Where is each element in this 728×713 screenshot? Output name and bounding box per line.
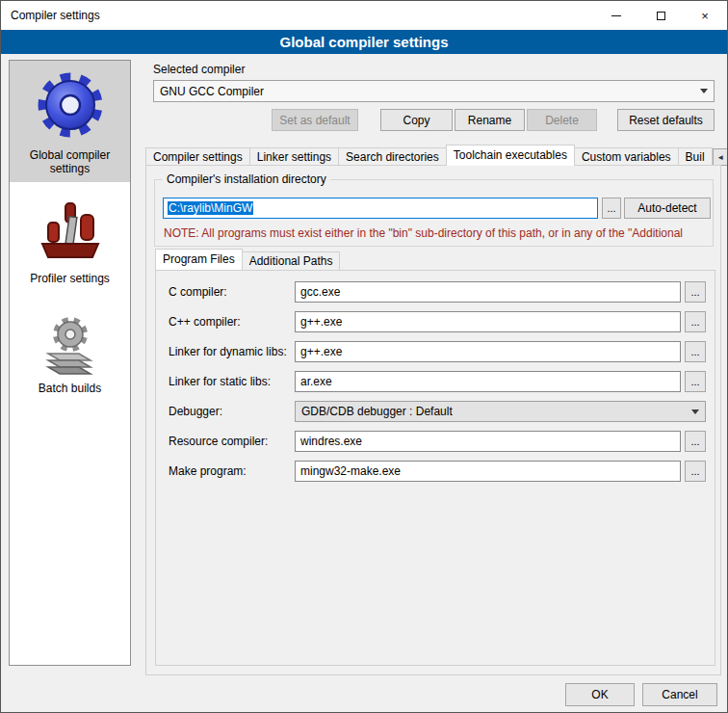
make-program-row: Make program: ... [156, 461, 715, 482]
set-as-default-button[interactable]: Set as default [272, 109, 358, 131]
install-dir-selected-text: C:\raylib\MinGW [168, 201, 253, 215]
close-button[interactable]: × [683, 1, 727, 30]
make-program-label: Make program: [169, 461, 247, 482]
dynamic-linker-label: Linker for dynamic libs: [169, 341, 287, 362]
delete-button[interactable]: Delete [527, 109, 597, 131]
tab-toolchain-executables[interactable]: Toolchain executables [446, 145, 575, 166]
compiler-settings-dialog: Compiler settings × Global compiler sett… [0, 0, 728, 713]
tab-build-options-clipped[interactable]: Buil [678, 147, 713, 166]
dynamic-linker-row: Linker for dynamic libs: ... [156, 341, 715, 362]
program-files-panel: C compiler: ... C++ compiler: ... Linker… [155, 270, 715, 666]
resource-compiler-input[interactable] [295, 431, 681, 452]
subtab-additional-paths[interactable]: Additional Paths [242, 251, 341, 270]
resource-compiler-row: Resource compiler: ... [156, 431, 715, 452]
sidebar-item-profiler-settings[interactable]: Profiler settings [10, 192, 130, 290]
sidebar-item-label: Profiler settings [26, 272, 114, 285]
toolchain-executables-panel: Compiler's installation directory C:\ray… [145, 165, 721, 675]
settings-category-list: Global compiler settings Profiler settin… [9, 60, 131, 666]
program-files-tab-strip: Program Files Additional Paths [155, 250, 339, 270]
rename-button[interactable]: Rename [455, 109, 525, 131]
gray-gear-stack-icon [39, 313, 102, 377]
minimize-icon [611, 15, 621, 16]
copy-button[interactable]: Copy [380, 109, 453, 131]
cancel-button[interactable]: Cancel [642, 683, 717, 706]
make-program-input[interactable] [295, 461, 681, 482]
sidebar-item-global-compiler-settings[interactable]: Global compiler settings [10, 61, 130, 182]
c-compiler-row: C compiler: ... [156, 281, 715, 303]
sidebar-item-label: Batch builds [35, 382, 105, 395]
sidebar-item-label: Global compiler settings [10, 148, 130, 175]
close-icon: × [701, 9, 709, 23]
tab-custom-variables[interactable]: Custom variables [574, 147, 679, 166]
make-program-browse-button[interactable]: ... [685, 461, 706, 482]
settings-tab-strip: Compiler settings Linker settings Search… [145, 145, 721, 166]
compiler-select[interactable]: GNU GCC Compiler [153, 80, 715, 102]
install-dir-browse-button[interactable]: ... [602, 198, 621, 219]
blue-gear-icon [34, 66, 107, 144]
reset-defaults-button[interactable]: Reset defaults [617, 109, 715, 131]
minimize-button[interactable] [594, 1, 638, 30]
dynamic-linker-browse-button[interactable]: ... [685, 341, 706, 362]
c-compiler-label: C compiler: [169, 281, 227, 303]
tab-compiler-settings[interactable]: Compiler settings [145, 147, 250, 166]
c-compiler-input[interactable] [295, 281, 681, 303]
chevron-down-icon [686, 403, 704, 420]
bin-subdirectory-note: NOTE: All programs must exist either in … [164, 226, 709, 240]
tab-scroll-left-button[interactable]: ◄ [713, 148, 728, 166]
sidebar-item-batch-builds[interactable]: Batch builds [10, 307, 130, 406]
dynamic-linker-input[interactable] [295, 341, 681, 362]
debugger-row: Debugger: GDB/CDB debugger : Default [156, 401, 715, 422]
static-linker-input[interactable] [295, 371, 681, 392]
cpp-compiler-label: C++ compiler: [169, 311, 241, 332]
debugger-select-value: GDB/CDB debugger : Default [301, 405, 453, 418]
cpp-compiler-input[interactable] [295, 311, 681, 332]
tab-search-directories[interactable]: Search directories [338, 147, 447, 166]
debugger-select[interactable]: GDB/CDB debugger : Default [295, 401, 706, 422]
chevron-down-icon [694, 82, 713, 100]
window-title: Compiler settings [11, 9, 100, 22]
install-dir-input[interactable]: C:\raylib\MinGW [163, 198, 598, 219]
static-linker-row: Linker for static libs: ... [156, 371, 715, 392]
subtab-program-files[interactable]: Program Files [155, 249, 243, 270]
installation-directory-group-title: Compiler's installation directory [163, 172, 330, 186]
profiler-tool-icon [37, 198, 104, 267]
ok-button[interactable]: OK [565, 683, 635, 706]
cpp-compiler-row: C++ compiler: ... [156, 311, 715, 332]
static-linker-label: Linker for static libs: [169, 371, 271, 392]
tab-linker-settings[interactable]: Linker settings [249, 147, 339, 166]
selected-compiler-label: Selected compiler [153, 63, 245, 76]
static-linker-browse-button[interactable]: ... [685, 371, 706, 392]
page-title: Global compiler settings [1, 30, 727, 54]
auto-detect-button[interactable]: Auto-detect [624, 198, 711, 219]
maximize-button[interactable] [638, 1, 683, 30]
installation-directory-group: Compiler's installation directory C:\ray… [154, 179, 714, 247]
c-compiler-browse-button[interactable]: ... [685, 281, 706, 303]
cpp-compiler-browse-button[interactable]: ... [685, 311, 706, 332]
window-controls: × [594, 1, 727, 30]
debugger-label: Debugger: [169, 401, 222, 422]
maximize-icon [657, 12, 665, 20]
compiler-select-value: GNU GCC Compiler [160, 85, 264, 98]
tab-scroll-buttons: ◄ ► [712, 148, 728, 166]
resource-compiler-label: Resource compiler: [169, 431, 268, 452]
resource-compiler-browse-button[interactable]: ... [685, 431, 706, 452]
titlebar: Compiler settings × [1, 1, 727, 30]
